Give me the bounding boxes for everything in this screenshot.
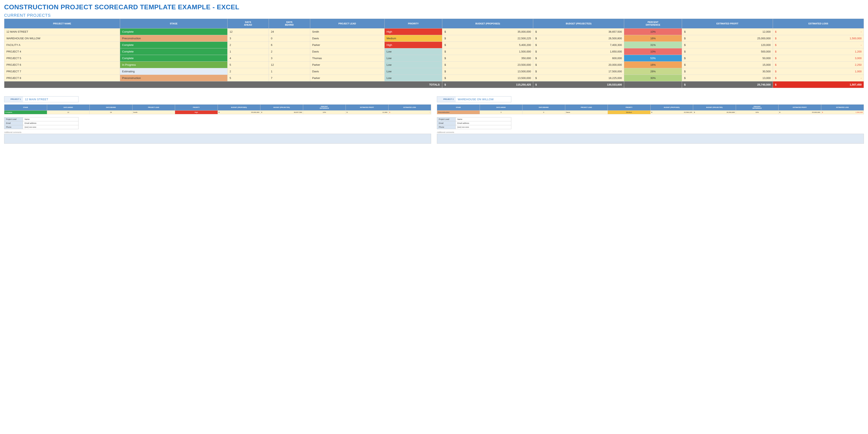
cell-profit: $30,500	[682, 68, 773, 75]
contact-row: EmailEmail address	[4, 121, 79, 125]
mini-col-header: BUDGET (PROPOSED)	[218, 104, 260, 111]
col-header: PROJECT NAME	[4, 19, 120, 29]
table-row: PROJECT 5Complete43ThomasLow$350,000$600…	[4, 55, 864, 62]
cell-loss: $-	[773, 42, 864, 49]
cell-percent-diff: 16%	[624, 35, 682, 42]
cell-profit: $13,000	[682, 75, 773, 82]
cell-days-behind: 12	[269, 62, 310, 68]
mini-col-header: DAYS BEHIND	[523, 104, 565, 111]
mini-profit: $25,000,000	[778, 111, 821, 114]
detail-header-value: 12 MAIN STREET	[23, 96, 78, 102]
cell-project-name: 12 MAIN STREET	[4, 29, 120, 35]
contact-value[interactable]: Name	[23, 117, 79, 121]
totals-budget-projected: $130,533,600	[533, 82, 624, 88]
mini-col-header: PROJECT LEAD	[565, 104, 608, 111]
contact-value[interactable]: Email address	[23, 121, 79, 125]
cell-days-behind: 6	[269, 42, 310, 49]
project-detail-card: PROJECT 112 MAIN STREETSTAGEDAYS AHEADDA…	[4, 96, 431, 144]
cell-priority: Low	[384, 75, 442, 82]
mini-col-header: PERCENTDIFFERENCE	[736, 104, 778, 111]
totals-profit: $25,740,500	[682, 82, 773, 88]
cell-stage: Complete	[120, 29, 227, 35]
totals-loss: $1,507,450	[773, 82, 864, 88]
comments-box[interactable]	[4, 134, 431, 144]
contact-row: Phone(xxx) xxx-xxxx	[4, 125, 79, 129]
page-title: CONSTRUCTION PROJECT SCORECARD TEMPLATE …	[4, 3, 864, 11]
table-row: 12 MAIN STREETComplete1224SmithHigh$35,0…	[4, 29, 864, 35]
cell-budget-proposed: $5,400,200	[442, 42, 533, 49]
mini-col-header: PERCENTDIFFERENCE	[303, 104, 346, 111]
cell-days-ahead: 2	[227, 68, 269, 75]
cell-stage: Estimating	[120, 68, 227, 75]
mini-budget-proposed: $35,000,000	[218, 111, 260, 114]
table-header-row: PROJECT NAMESTAGEDAYSAHEADDAYSBEHINDPROJ…	[4, 19, 864, 29]
contact-row: Phone(xxx) xxx-xxxx	[437, 125, 511, 129]
cell-budget-projected: $26,500,800	[533, 35, 624, 42]
mini-col-header: PRIORITY	[175, 104, 218, 111]
col-header: PERCENTDIFFERENCE	[624, 19, 682, 29]
mini-col-header: PRIORITY	[608, 104, 651, 111]
cell-project-lead: Davis	[310, 35, 384, 42]
col-header: DAYSAHEAD	[227, 19, 269, 29]
table-row: PROJECT 4Complete12DavisLow$1,500,000$1,…	[4, 49, 864, 55]
totals-row: TOTALS $115,250,425 $130,533,600 $25,740…	[4, 82, 864, 88]
cell-project-lead: Parker	[310, 42, 384, 49]
project-detail-card: PROJECT 2WAREHOUSE ON WILLOWSTAGEDAYS AH…	[437, 96, 864, 144]
contact-value[interactable]: Email address	[456, 121, 511, 125]
mini-loss: $1,500,000	[821, 111, 864, 114]
mini-col-header: BUDGET (PROPOSED)	[650, 104, 693, 111]
contact-row: Project LeadName	[4, 117, 79, 121]
cell-priority: Low	[384, 49, 442, 55]
mini-percent-diff: 10%	[303, 111, 346, 114]
totals-label: TOTALS	[4, 82, 442, 88]
cell-budget-projected: $7,400,300	[533, 42, 624, 49]
mini-col-header: ESTIMATED PROFIT	[778, 104, 821, 111]
mini-col-header: PROJECT LEAD	[132, 104, 175, 111]
cell-budget-projected: $38,657,500	[533, 29, 624, 35]
col-header: PRIORITY	[384, 19, 442, 29]
cell-days-ahead: 4	[227, 55, 269, 62]
cell-priority: Medium	[384, 35, 442, 42]
cell-budget-proposed: $23,500,000	[442, 62, 533, 68]
totals-percent-blank	[624, 82, 682, 88]
cell-stage: Complete	[120, 55, 227, 62]
mini-days-ahead: 3	[480, 111, 523, 114]
mini-col-header: ESTIMATED LOSS	[388, 104, 431, 111]
cell-percent-diff: 31%	[624, 42, 682, 49]
cell-project-name: PROJECT 6	[4, 62, 120, 68]
col-header: ESTIMATED LOSS	[773, 19, 864, 29]
cell-loss: $-	[773, 29, 864, 35]
mini-lead: Smith	[132, 111, 175, 114]
cell-percent-diff: 30%	[624, 75, 682, 82]
mini-col-header: DAYS BEHIND	[90, 104, 132, 111]
mini-col-header: ESTIMATED PROFIT	[346, 104, 389, 111]
project-detail-cards: PROJECT 112 MAIN STREETSTAGEDAYS AHEADDA…	[4, 96, 864, 144]
contact-table: Project LeadNameEmailEmail addressPhone(…	[437, 117, 511, 129]
table-row: PROJECT 8Preconstruction57ParkerLow$13,5…	[4, 75, 864, 82]
cell-percent-diff: 16%	[624, 62, 682, 68]
detail-mini-table: STAGEDAYS AHEADDAYS BEHINDPROJECT LEADPR…	[4, 104, 431, 114]
contact-value[interactable]: (xxx) xxx-xxxx	[23, 125, 79, 129]
mini-col-header: DAYS AHEAD	[480, 104, 523, 111]
col-header: STAGE	[120, 19, 227, 29]
table-row: WAREHOUSE ON WILLOWPreconstruction30Davi…	[4, 35, 864, 42]
cell-days-behind: 7	[269, 75, 310, 82]
cell-days-behind: 2	[269, 49, 310, 55]
cell-priority: High	[384, 29, 442, 35]
contact-key: Project Lead	[4, 117, 23, 121]
cell-stage: Complete	[120, 42, 227, 49]
contact-value[interactable]: (xxx) xxx-xxxx	[456, 125, 511, 129]
cell-priority: Low	[384, 55, 442, 62]
cell-priority: High	[384, 42, 442, 49]
contact-value[interactable]: Name	[456, 117, 511, 121]
mini-days-behind: 0	[523, 111, 565, 114]
cell-stage: Preconstruction	[120, 35, 227, 42]
cell-percent-diff: 53%	[624, 55, 682, 62]
cell-profit: $500,000	[682, 49, 773, 55]
detail-header-value: WAREHOUSE ON WILLOW	[456, 96, 511, 102]
contact-key: Project Lead	[437, 117, 456, 121]
detail-mini-table: STAGEDAYS AHEADDAYS BEHINDPROJECT LEADPR…	[437, 104, 864, 114]
cell-budget-projected: $1,650,000	[533, 49, 624, 55]
cell-profit: $25,000,000	[682, 35, 773, 42]
comments-box[interactable]	[437, 134, 864, 144]
